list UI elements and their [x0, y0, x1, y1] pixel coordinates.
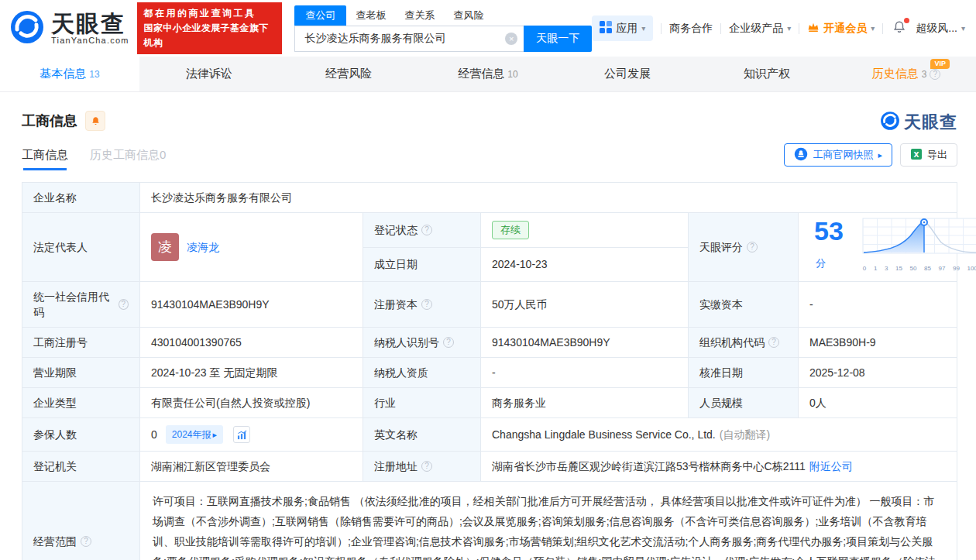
tianyancha-logo-icon: [9, 9, 45, 48]
trend-chart-icon[interactable]: [233, 426, 250, 443]
tianyancha-watermark: 天眼查: [880, 111, 957, 134]
export-button[interactable]: X 导出: [900, 143, 957, 167]
field-label: 法定代表人: [22, 213, 140, 281]
field-label: 实缴资本: [689, 282, 799, 327]
business-term-value: 2024-10-23 至 无固定期限: [140, 358, 363, 387]
score-value: 53: [814, 216, 844, 246]
tianyancha-logo-icon: [880, 111, 900, 134]
status-badge: 存续: [492, 221, 529, 239]
tianyancha-logo[interactable]: 天眼查 TianYanCha.com: [9, 9, 129, 48]
svg-text:X: X: [914, 150, 919, 158]
table-row: 经营范围 ? 许可项目：互联网直播技术服务;食品销售 （依法须经批准的项目，经相…: [22, 481, 957, 560]
field-label: 注册地址: [374, 459, 418, 474]
field-label: 天眼评分: [699, 239, 743, 255]
subtab-history-registration[interactable]: 历史工商信息0: [90, 148, 166, 170]
auto-translate-note: (自动翻译): [720, 427, 770, 442]
brand-domain: TianYanCha.com: [51, 36, 129, 45]
search-tab-relation[interactable]: 查关系: [395, 5, 444, 26]
score-distribution-chart: 0131550859799100: [862, 218, 976, 277]
official-snapshot-button[interactable]: 工商官网快照 ▸: [784, 143, 892, 167]
reg-address-value: 湖南省长沙市岳麓区观沙岭街道滨江路53号楷林商务中心C栋2111: [492, 459, 806, 474]
main-content: 工商信息 天眼查 工商信息 历史工商信息0 工商官网快照 ▸: [0, 111, 976, 560]
help-icon[interactable]: ?: [930, 69, 940, 80]
table-row: 企业名称 长沙凌达乐商务服务有限公司: [22, 183, 957, 212]
paid-capital-value: -: [799, 282, 957, 327]
chevron-down-icon: ▾: [961, 24, 965, 33]
table-row: 营业期限 2024-10-23 至 无固定期限 纳税人资质 - 核准日期 202…: [22, 357, 957, 387]
tab-business-info[interactable]: 经营信息 10: [418, 57, 558, 91]
nav-enterprise[interactable]: 企业级产品 ▾: [729, 22, 791, 36]
help-icon[interactable]: ?: [443, 337, 454, 348]
search-tab-risk[interactable]: 查风险: [444, 5, 493, 26]
nav-cooperation[interactable]: 商务合作: [669, 22, 713, 36]
top-header: 天眼查 TianYanCha.com 都在用的商业查询工具 国家中小企业发展子基…: [0, 0, 976, 57]
industry-value: 商务服务业: [481, 388, 689, 417]
avatar[interactable]: 凌: [151, 233, 179, 261]
search-tab-boss[interactable]: 查老板: [346, 5, 395, 26]
field-label: 企业类型: [22, 388, 140, 417]
chevron-down-icon: ▾: [871, 24, 875, 33]
search-clear-icon[interactable]: ×: [505, 33, 517, 45]
tab-history-info[interactable]: VIP 历史信息 3 ?: [837, 57, 976, 91]
subtab-business-registration[interactable]: 工商信息: [22, 148, 68, 170]
brand-name: 天眼查: [51, 12, 129, 36]
score-cell[interactable]: 53分: [799, 213, 976, 281]
field-label: 营业期限: [22, 358, 140, 387]
field-label: 英文名称: [363, 418, 481, 451]
table-row: 参保人数 0 2024年报 ▸ 英文名称 Changsha Lingdale B…: [22, 417, 957, 451]
nav-open-vip[interactable]: 开通会员 ▾: [807, 22, 875, 36]
reg-capital-value: 50万人民币: [481, 282, 689, 327]
field-label: 注册资本: [374, 297, 418, 312]
tab-basic-info[interactable]: 基本信息 13: [0, 57, 139, 91]
business-scope-value: 许可项目：互联网直播技术服务;食品销售 （依法须经批准的项目，经相关部门批准后方…: [140, 482, 957, 560]
chevron-down-icon: ▾: [787, 24, 791, 33]
top-nav: 应用 ▾ 商务合作 企业级产品 ▾ 开通会员 ▾: [592, 15, 968, 41]
help-icon[interactable]: ?: [421, 299, 432, 310]
help-icon[interactable]: ?: [421, 225, 432, 235]
search-button[interactable]: 天眼一下: [524, 26, 592, 52]
company-tabbar: 基本信息 13 法律诉讼 经营风险 经营信息 10 公司发展 知识产权 VIP …: [0, 57, 976, 92]
approval-date-value: 2025-12-08: [799, 358, 957, 387]
field-label: 登记状态: [374, 222, 418, 238]
help-icon[interactable]: ?: [421, 461, 432, 472]
help-icon[interactable]: ?: [747, 242, 758, 253]
arrow-right-icon: ▸: [878, 150, 882, 160]
nearby-companies-link[interactable]: 附近公司: [809, 459, 853, 474]
table-row: 法定代表人 凌 凌海龙 登记状态 ? 存续: [22, 212, 957, 281]
credit-code-value: 91430104MAE3B90H9Y: [140, 282, 363, 327]
tianyancha-company-page: 天眼查 TianYanCha.com 都在用的商业查询工具 国家中小企业发展子基…: [0, 0, 976, 560]
table-row: 企业类型 有限责任公司(自然人投资或控股) 行业 商务服务业 人员规模 0人: [22, 387, 957, 417]
nav-super-risk[interactable]: 超级风... ▾: [916, 22, 965, 36]
nav-apps[interactable]: 应用 ▾: [592, 15, 653, 41]
apps-grid-icon: [600, 21, 612, 36]
field-label: 统一社会信用代码: [33, 289, 115, 320]
score-unit: 分: [816, 257, 826, 269]
subscribe-bell-icon[interactable]: [85, 111, 105, 131]
tab-intellectual-property[interactable]: 知识产权: [697, 57, 837, 91]
field-label: 参保人数: [22, 418, 140, 451]
field-label: 纳税人资质: [363, 358, 481, 387]
tab-company-development[interactable]: 公司发展: [558, 57, 697, 91]
annual-report-badge[interactable]: 2024年报 ▸: [166, 425, 223, 444]
vip-badge: VIP: [930, 59, 950, 69]
notification-bell-icon[interactable]: [891, 20, 908, 37]
help-icon[interactable]: ?: [81, 536, 91, 547]
est-date-value: 2024-10-23: [481, 248, 689, 282]
stamp-icon: [794, 147, 808, 163]
arrow-right-icon: ▸: [213, 427, 218, 442]
field-label: 人员规模: [689, 388, 799, 417]
reg-authority-value: 湖南湘江新区管理委员会: [140, 452, 363, 481]
tab-operating-risk[interactable]: 经营风险: [279, 57, 418, 91]
help-icon[interactable]: ?: [768, 337, 779, 348]
company-type-value: 有限责任公司(自然人投资或控股): [140, 388, 363, 417]
org-code-value: MAE3B90H-9: [799, 328, 957, 357]
reg-number-value: 430104001390765: [140, 328, 363, 357]
legal-rep-link[interactable]: 凌海龙: [187, 239, 219, 255]
business-info-table: 企业名称 长沙凌达乐商务服务有限公司 法定代表人 凌 凌海龙 登记状态 ?: [22, 182, 957, 560]
help-icon[interactable]: ?: [119, 299, 129, 310]
search-tab-company[interactable]: 查公司: [294, 5, 346, 26]
search-input[interactable]: [294, 26, 524, 52]
field-label: 登记机关: [22, 452, 140, 481]
tab-legal-proceedings[interactable]: 法律诉讼: [139, 57, 279, 91]
search-tabs: 查公司 查老板 查关系 查风险: [294, 5, 592, 26]
